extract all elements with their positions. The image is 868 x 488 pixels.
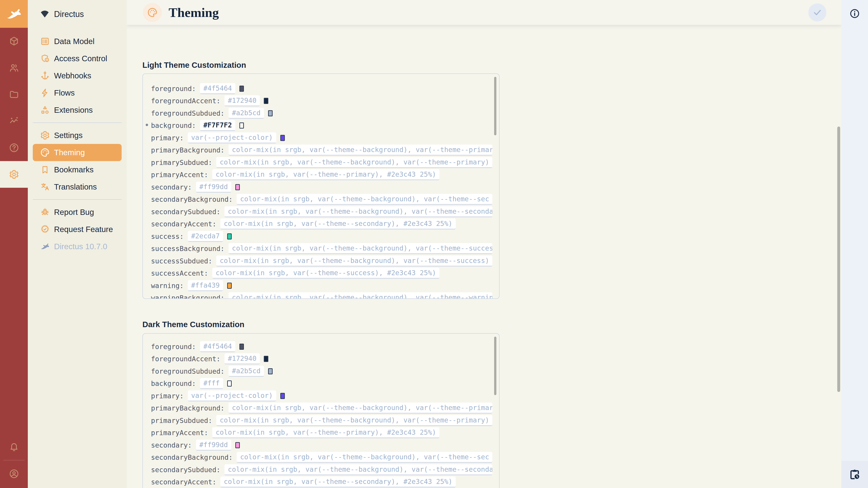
field-value-input[interactable]: #ff99dd	[196, 440, 231, 451]
field-value-input[interactable]: #fff	[200, 378, 223, 389]
theme-field-row-foregroundAccent: foregroundAccent:#172940	[151, 95, 492, 107]
color-swatch[interactable]	[264, 356, 268, 362]
color-swatch[interactable]	[227, 381, 232, 387]
nav-group-0: Data ModelAccess ControlWebhooksFlowsExt…	[33, 33, 122, 119]
theme-field-row-background: •background:#F7F7F2	[151, 120, 492, 132]
color-swatch[interactable]	[268, 110, 273, 116]
sidebar-item-access-control[interactable]: Access Control	[33, 50, 122, 67]
field-value-input[interactable]: color-mix(in srgb, var(--theme--backgrou…	[228, 402, 492, 414]
sidebar-item-bookmarks[interactable]: Bookmarks	[33, 161, 122, 178]
dark-theme-editor[interactable]: foreground:#4f5464foregroundAccent:#1729…	[143, 333, 500, 488]
module-settings[interactable]	[0, 161, 28, 188]
field-key: primaryBackground:	[151, 404, 224, 412]
sidebar-item-report-bug[interactable]: Report Bug	[33, 203, 122, 221]
sidebar-item-directus-10-7-0: Directus 10.7.0	[33, 238, 122, 255]
field-value-input[interactable]: #a2b5cd	[228, 366, 264, 377]
save-button[interactable]	[808, 3, 827, 22]
field-key: background:	[151, 380, 196, 387]
field-value-input[interactable]: #F7F7F2	[200, 120, 235, 131]
field-value-input[interactable]: color-mix(in srgb, var(--theme--backgrou…	[216, 157, 492, 168]
module-docs[interactable]	[0, 134, 28, 161]
field-value-input[interactable]: #ff99dd	[196, 182, 231, 193]
theme-field-row-primaryAccent: primaryAccent:color-mix(in srgb, var(--t…	[151, 427, 492, 439]
module-files[interactable]	[0, 81, 28, 108]
theme-field-row-primaryBackground: primaryBackground:color-mix(in srgb, var…	[151, 402, 492, 415]
sidebar-item-translations[interactable]: Translations	[33, 178, 122, 195]
color-swatch[interactable]	[227, 233, 232, 239]
field-value-input[interactable]: var(--project-color)	[188, 132, 276, 143]
field-value-input[interactable]: color-mix(in srgb, var(--theme--backgrou…	[237, 452, 492, 463]
field-value-input[interactable]: color-mix(in srgb, var(--theme--backgrou…	[228, 292, 492, 298]
field-value-input[interactable]: color-mix(in srgb, var(--theme--success)…	[212, 268, 439, 279]
color-swatch[interactable]	[235, 442, 240, 448]
color-swatch[interactable]	[235, 184, 240, 190]
field-value-input[interactable]: color-mix(in srgb, var(--theme--backgrou…	[216, 415, 492, 426]
sidebar-item-flows[interactable]: Flows	[33, 84, 122, 101]
field-value-input[interactable]: #a2b5cd	[228, 108, 264, 119]
sidebar-item-settings[interactable]: Settings	[33, 127, 122, 144]
theme-field-row-secondaryBackground: secondaryBackground:color-mix(in srgb, v…	[151, 193, 492, 206]
color-swatch[interactable]	[268, 368, 273, 375]
field-value-input[interactable]: #ffa439	[188, 280, 223, 291]
sidebar-item-theming[interactable]: Theming	[33, 144, 122, 161]
module-account[interactable]	[0, 460, 28, 487]
field-value-input[interactable]: color-mix(in srgb, var(--theme--backgrou…	[237, 194, 492, 205]
color-swatch[interactable]	[227, 283, 232, 289]
color-swatch[interactable]	[239, 123, 244, 129]
field-value-input[interactable]: var(--project-color)	[188, 390, 276, 401]
field-value-input[interactable]: #172940	[224, 95, 260, 106]
translate-icon	[40, 182, 50, 192]
cube-icon	[9, 36, 19, 46]
field-key: primaryAccent:	[151, 171, 208, 179]
field-value-input[interactable]: color-mix(in srgb, var(--theme--backgrou…	[228, 144, 492, 156]
page-title: Theming	[168, 5, 219, 20]
field-value-input[interactable]: color-mix(in srgb, var(--theme--backgrou…	[228, 243, 492, 254]
field-key: warningBackground:	[151, 294, 224, 298]
field-value-input[interactable]: color-mix(in srgb, var(--theme--backgrou…	[224, 464, 492, 475]
directus-logo[interactable]	[0, 0, 28, 28]
field-value-input[interactable]: color-mix(in srgb, var(--theme--backgrou…	[216, 256, 492, 267]
sidebar-item-request-feature[interactable]: Request Feature	[33, 221, 122, 238]
project-chooser[interactable]: Directus	[33, 0, 122, 28]
color-swatch[interactable]	[280, 135, 285, 141]
theme-field-row-secondary: secondary:#ff99dd	[151, 181, 492, 193]
field-value-input[interactable]: color-mix(in srgb, var(--theme--primary)…	[212, 427, 439, 438]
theme-field-row-warningBackground: warningBackground:color-mix(in srgb, var…	[151, 292, 492, 299]
field-value-input[interactable]: color-mix(in srgb, var(--theme--primary)…	[212, 169, 439, 180]
dark-theme-section-title: Dark Theme Customization	[143, 320, 244, 329]
theme-field-row-primary: primary:var(--project-color)	[151, 132, 492, 144]
color-swatch[interactable]	[239, 344, 244, 350]
field-value-input[interactable]: color-mix(in srgb, var(--theme--backgrou…	[224, 206, 492, 217]
module-bar	[0, 0, 28, 488]
field-value-input[interactable]: #4f5464	[200, 83, 235, 94]
light-theme-editor[interactable]: foreground:#4f5464foregroundAccent:#1729…	[143, 73, 500, 299]
dark-theme-scrollbar-thumb[interactable]	[494, 337, 496, 395]
color-swatch[interactable]	[264, 98, 268, 104]
module-users[interactable]	[0, 55, 28, 81]
page-scrollbar-thumb[interactable]	[837, 127, 840, 392]
seal-check-icon	[40, 224, 50, 234]
sidebar-item-data-model[interactable]: Data Model	[33, 33, 122, 50]
revisions-section-toggle[interactable]	[841, 461, 868, 488]
field-key: secondaryAccent:	[151, 220, 216, 228]
field-value-input[interactable]: color-mix(in srgb, var(--theme--secondar…	[220, 219, 456, 230]
module-content[interactable]	[0, 28, 28, 55]
field-key: secondaryBackground:	[151, 453, 232, 461]
module-insights[interactable]	[0, 108, 28, 134]
sidebar-item-label: Data Model	[54, 37, 94, 46]
anchor-icon	[40, 71, 50, 80]
users-icon	[9, 63, 19, 73]
field-value-input[interactable]: #4f5464	[200, 341, 235, 352]
field-value-input[interactable]: color-mix(in srgb, var(--theme--secondar…	[220, 477, 456, 488]
field-value-input[interactable]: #172940	[224, 353, 260, 364]
theme-field-row-primarySubdued: primarySubdued:color-mix(in srgb, var(--…	[151, 156, 492, 169]
field-value-input[interactable]: #2ecda7	[188, 231, 223, 242]
theme-field-row-successSubdued: successSubdued:color-mix(in srgb, var(--…	[151, 255, 492, 267]
info-button[interactable]	[849, 8, 860, 20]
color-swatch[interactable]	[280, 393, 285, 399]
module-notifications[interactable]	[0, 433, 28, 460]
sidebar-item-webhooks[interactable]: Webhooks	[33, 67, 122, 84]
color-swatch[interactable]	[239, 86, 244, 92]
light-theme-scrollbar-thumb[interactable]	[494, 77, 496, 135]
sidebar-item-extensions[interactable]: Extensions	[33, 101, 122, 119]
